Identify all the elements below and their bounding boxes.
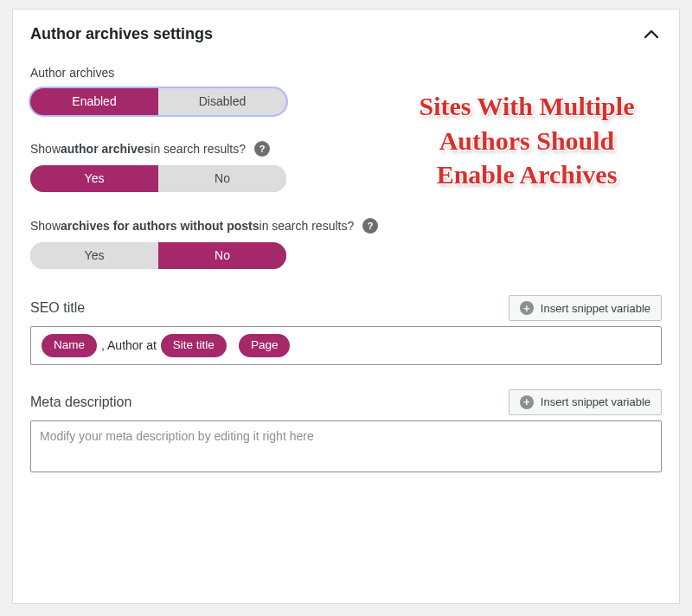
setting-label: Author archives (30, 66, 662, 80)
seo-title-input[interactable]: Name , Author at Site title Page (30, 326, 662, 365)
author-archives-panel: Author archives settings Author archives… (12, 9, 680, 604)
setting-label: Show author archives in search results? … (30, 141, 662, 157)
toggle-show-author-archives[interactable]: Yes No (30, 165, 286, 192)
meta-description-field: Meta description + Insert snippet variab… (30, 389, 662, 472)
setting-show-empty-authors: Show archives for authors without posts … (30, 218, 662, 269)
plus-circle-icon: + (520, 301, 534, 315)
toggle-author-archives[interactable]: Enabled Disabled (30, 88, 286, 115)
help-icon[interactable]: ? (254, 141, 270, 157)
seo-title-field: SEO title + Insert snippet variable Name… (30, 295, 662, 365)
setting-author-archives: Author archives Enabled Disabled (30, 66, 662, 115)
panel-title: Author archives settings (30, 25, 662, 43)
collapse-toggle[interactable] (639, 22, 663, 46)
toggle-option-no[interactable]: No (158, 165, 286, 192)
seo-title-text-fragment: , Author at (100, 338, 157, 352)
snippet-chip-site-title[interactable]: Site title (161, 334, 227, 357)
toggle-option-yes[interactable]: Yes (30, 242, 158, 269)
toggle-option-disabled[interactable]: Disabled (158, 88, 286, 115)
toggle-option-enabled[interactable]: Enabled (30, 88, 158, 115)
setting-label: Show archives for authors without posts … (30, 218, 662, 234)
field-title: Meta description (30, 395, 131, 410)
chevron-up-icon (644, 26, 658, 42)
toggle-option-no[interactable]: No (158, 242, 286, 269)
insert-snippet-button[interactable]: + Insert snippet variable (509, 295, 662, 321)
toggle-option-yes[interactable]: Yes (30, 165, 158, 192)
setting-show-author-archives: Show author archives in search results? … (30, 141, 662, 192)
field-title: SEO title (30, 300, 85, 316)
snippet-chip-name[interactable]: Name (42, 334, 97, 357)
plus-circle-icon: + (520, 395, 534, 409)
snippet-chip-page[interactable]: Page (239, 334, 291, 357)
help-icon[interactable]: ? (362, 218, 378, 234)
insert-snippet-button[interactable]: + Insert snippet variable (509, 389, 662, 415)
meta-description-input[interactable]: Modify your meta description by editing … (30, 420, 662, 472)
toggle-show-empty-authors[interactable]: Yes No (30, 242, 286, 269)
